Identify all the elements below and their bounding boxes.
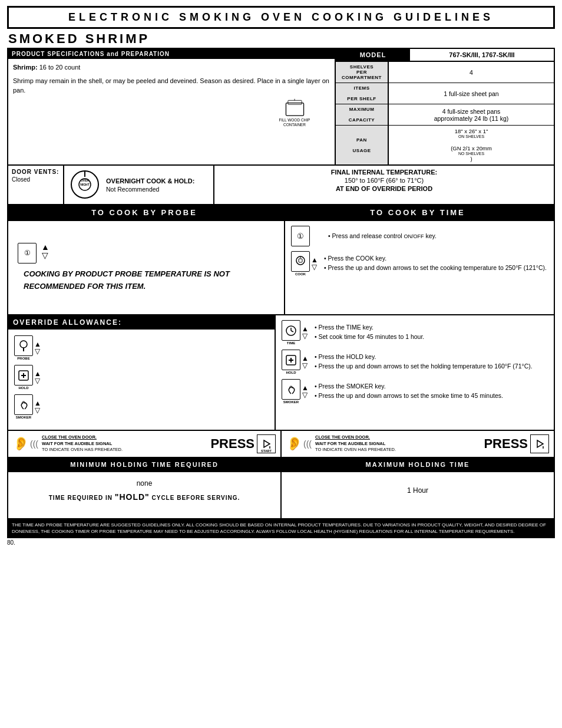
hold-note: TIME REQUIRED IN	[49, 495, 113, 501]
probe-step-smoker: SMOKER ▲ ▽	[14, 394, 269, 419]
shelves-label: SHELVESPERCOMPARTMENT	[336, 62, 389, 83]
time-step-3: TIME ▲ ▽ • Press the TIME key.• Set cook…	[282, 320, 548, 345]
woodchip-label: FILL WOOD CHIP CONTAINER	[277, 118, 312, 127]
overnight-section: OVER NIGHT OVERNIGHT COOK & HOLD: Not Re…	[64, 166, 214, 204]
max-holding-value: 1 Hour	[287, 486, 548, 495]
step2-icon	[291, 251, 310, 272]
time-step-2: COOK ▲ ▽ • Press the COOK key.• Press th…	[291, 251, 548, 276]
smoker-icon	[282, 379, 300, 400]
time-step3-text: • Press the TIME key.• Set cook time for…	[315, 323, 424, 342]
svg-rect-9	[299, 259, 302, 262]
specs-header: PRODUCT SPECIFICATIONS and PREPARATION	[8, 49, 335, 59]
model-label: MODEL	[336, 49, 410, 61]
probe-step-label: PROBE	[17, 357, 29, 360]
smoker-icon-probe	[14, 394, 33, 415]
min-holding-body: none TIME REQUIRED IN "HOLD" CYCLE BEFOR…	[8, 472, 282, 518]
final-temp-label: FINAL INTERNAL TEMPERATURE:	[219, 169, 549, 176]
page-subtitle: SMOKED SHRIMP	[7, 31, 555, 47]
page-number: 80.	[7, 538, 555, 547]
ear-icon-right: 👂	[286, 436, 302, 452]
door-vents-label: DOOR VENTS:	[12, 169, 59, 175]
model-value: 767-SK/III, 1767-SK/III	[410, 49, 554, 61]
max-holding-header: MAXIMUM HOLDING TIME	[282, 458, 554, 471]
overnight-icon: OVER NIGHT	[69, 169, 101, 201]
time-step4-text: • Press the HOLD key.• Press the up and …	[315, 353, 533, 371]
svg-line-18	[291, 331, 293, 332]
final-temp-section: FINAL INTERNAL TEMPERATURE: 150° to 160°…	[214, 166, 554, 204]
press-left: 👂 ((( CLOSE THE OVEN DOOR. WAIT FOR THE …	[8, 431, 282, 457]
time-icon	[282, 320, 300, 341]
overnight-label: OVERNIGHT COOK & HOLD:	[106, 177, 194, 185]
step2-label: COOK	[295, 272, 306, 276]
hold-icon	[282, 350, 300, 370]
hold-step-label: HOLD	[286, 371, 296, 374]
woodchip-area: FILL WOOD CHIP CONTAINER	[13, 95, 330, 130]
probe-icon	[14, 335, 33, 356]
sound-waves-left: (((	[30, 439, 38, 449]
press-word-left: PRESS	[210, 436, 254, 452]
time-step-label: TIME	[287, 341, 295, 345]
hold-word: "HOLD"	[115, 492, 150, 502]
woodchip-icon: FILL WOOD CHIP CONTAINER	[277, 98, 312, 127]
capacity-value: 4 full-size sheet pansapproximately 24 l…	[389, 104, 554, 125]
svg-point-11	[20, 341, 27, 348]
time-body: ① • Press and release control ON/OFF key…	[285, 221, 554, 314]
specs-content: Shrimp: 16 to 20 count Shrimp may remain…	[8, 59, 335, 133]
hold-probe-label: HOLD	[19, 386, 29, 390]
min-holding-header: MINIMUM HOLDING TIME REQUIRED	[8, 458, 282, 471]
door-vents-section: DOOR VENTS: Closed	[8, 166, 64, 204]
svg-text:OVER: OVER	[81, 179, 90, 182]
min-holding-value: none	[14, 479, 275, 487]
shelves-value: 4	[389, 62, 554, 83]
pan-label: PANUSAGE	[336, 126, 389, 164]
time-step-4: HOLD ▲ ▽ • Press the HOLD key.• Press th…	[282, 350, 548, 374]
start-icon-right	[530, 434, 549, 453]
start-icon-left: START	[257, 434, 276, 453]
probe-onoff-arrows: ▲ ▽	[41, 243, 49, 259]
capacity-label: MAXIMUMCAPACITY	[336, 104, 389, 125]
time-header: TO COOK BY TIME	[282, 205, 554, 220]
pan-value: 18" x 26" x 1" ON SHELVES(GN 2/1 x 20mm …	[389, 126, 554, 164]
press-right: 👂 ((( CLOSE THE OVEN DOOR. WAIT FOR THE …	[282, 431, 554, 457]
svg-text:NIGHT: NIGHT	[80, 183, 90, 186]
hold-cycle: CYCLE BEFORE SERVING.	[152, 495, 240, 501]
smoker-probe-label: SMOKER	[16, 416, 31, 419]
items-label: ITEMSPER SHELF	[336, 83, 389, 104]
product-count: 16 to 20 count	[39, 64, 81, 71]
time-step5-text: • Press the SMOKER key.• Press the up an…	[315, 382, 503, 401]
time-step-1: ① • Press and release control ON/OFF key…	[291, 226, 548, 246]
step1-icon: ①	[291, 226, 310, 246]
probe-onoff-icon: ①	[18, 243, 37, 263]
probe-step-hold: HOLD ▲ ▽	[14, 365, 269, 390]
hold-icon-probe	[14, 365, 33, 386]
sound-waves-right: (((	[303, 439, 312, 449]
override-section: OVERRIDE ALLOWANCE: PROBE ▲ ▽	[8, 315, 276, 430]
svg-marker-22	[264, 440, 270, 447]
override-header: OVERRIDE ALLOWANCE:	[8, 315, 275, 330]
final-temp-value: 150° to 160°F (66° to 71°C)	[219, 177, 549, 184]
svg-marker-24	[537, 440, 543, 447]
press-word-right: PRESS	[484, 436, 528, 452]
ear-icon-left: 👂	[13, 436, 29, 452]
product-description: Shrimp may remain in the shell, or may b…	[13, 76, 330, 95]
step2-text: • Press the COOK key.• Press the up and …	[324, 254, 547, 273]
probe-header: TO COOK BY PROBE	[8, 205, 282, 220]
step1-text: • Press and release control ON/OFF key.	[328, 232, 437, 241]
max-holding-body: 1 Hour	[282, 472, 554, 518]
probe-body: ① ▲ ▽ COOKING BY PRODUCT PROBE TEMPERATU…	[8, 221, 285, 314]
smoker-step-label: SMOKER	[283, 400, 299, 404]
probe-not-recommended: COOKING BY PRODUCT PROBE TEMPERATURE IS …	[18, 268, 275, 293]
overnight-value: Not Recommended	[106, 186, 194, 193]
probe-step-probe: PROBE ▲ ▽	[14, 335, 269, 360]
title-banner: ELECTRONIC SMOKING OVEN COOKING GUIDELIN…	[7, 6, 555, 29]
press-instructions-left: CLOSE THE OVEN DOOR. WAIT FOR THE AUDIBL…	[42, 434, 208, 453]
items-value: 1 full-size sheet pan	[389, 83, 554, 104]
door-vents-value: Closed	[12, 176, 59, 183]
time-steps-continued: TIME ▲ ▽ • Press the TIME key.• Set cook…	[276, 315, 554, 430]
time-step-5: SMOKER ▲ ▽ • Press the SMOKER key.• Pres…	[282, 379, 548, 404]
final-temp-note: AT END OF OVERRIDE PERIOD	[219, 185, 549, 192]
product-label: Shrimp:	[13, 64, 38, 71]
page-title: ELECTRONIC SMOKING OVEN COOKING GUIDELIN…	[9, 11, 553, 24]
svg-rect-1	[287, 100, 301, 104]
press-instructions-right: CLOSE THE OVEN DOOR. WAIT FOR THE AUDIBL…	[315, 434, 481, 453]
